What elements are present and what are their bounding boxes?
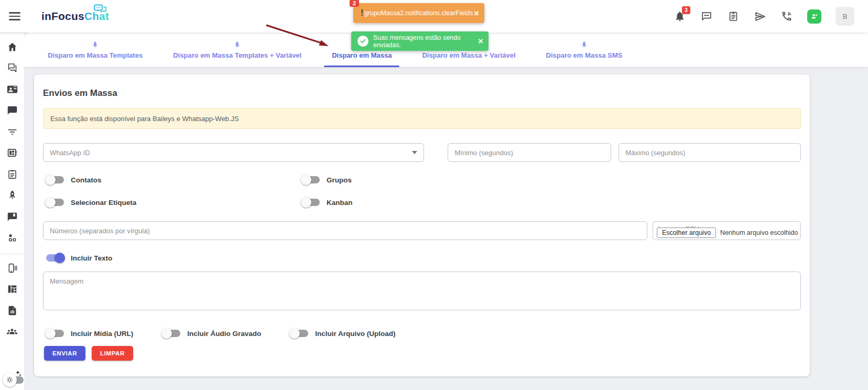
- toggle-label: Incluir Texto: [71, 254, 112, 262]
- phone-broadcast-icon[interactable]: [6, 262, 18, 274]
- switch-on-icon: [46, 253, 64, 263]
- switch-off-icon: [46, 328, 64, 339]
- toggle-label: Incluir Mídia (URL): [71, 330, 133, 338]
- include-text-row: Incluir Texto: [43, 253, 801, 263]
- incluir-midia-url-toggle[interactable]: Incluir Mídia (URL): [46, 328, 133, 339]
- chat-icon[interactable]: [700, 10, 713, 23]
- success-toast: Suas mensagens estão sendo enviadas. ×: [351, 31, 489, 51]
- message-textarea[interactable]: [43, 272, 801, 310]
- contact-card-icon[interactable]: [6, 83, 18, 95]
- tab-label: Disparo em Massa Templates: [48, 51, 143, 59]
- limpar-button[interactable]: LIMPAR: [92, 346, 133, 361]
- avatar[interactable]: B: [836, 7, 854, 26]
- choose-file-button[interactable]: Escolher arquivo: [657, 228, 716, 238]
- sidebar: [0, 32, 24, 390]
- rocket-icon: [233, 41, 241, 49]
- app-logo: inFocusChat: [41, 10, 109, 23]
- warning-toast-message: grupoMassa2.notifications.clearFields: [363, 9, 474, 17]
- min-seconds-input[interactable]: [448, 143, 611, 162]
- agent-status-icon[interactable]: [807, 9, 821, 24]
- toggle-row-2: Selecionar Etiqueta Kanban: [43, 197, 801, 208]
- switch-off-icon: [290, 328, 308, 339]
- action-buttons-row: ENVIAR LIMPAR: [44, 346, 801, 361]
- notifications-bell-icon[interactable]: 3: [674, 10, 686, 23]
- toggle-row-1: Contatos Grupos: [43, 175, 801, 185]
- logo-chat-bubble-icon: [92, 4, 108, 16]
- toggle-label: Grupos: [327, 176, 352, 184]
- board-icon[interactable]: [6, 147, 18, 159]
- bell-badge: 3: [682, 6, 690, 14]
- file-status-text: Nenhum arquivo escolhido: [720, 229, 798, 236]
- warning-toast-count-badge: 2: [350, 0, 359, 7]
- warning-toast-close-icon[interactable]: ×: [474, 9, 479, 18]
- tab-label: Disparo em Massa + Variável: [422, 51, 515, 59]
- switch-off-icon: [302, 175, 320, 185]
- incluir-arquivo-upload-toggle[interactable]: Incluir Arquivo (Upload): [290, 328, 395, 339]
- check-icon: [357, 36, 368, 47]
- toggle-label: Selecionar Etiqueta: [71, 199, 136, 207]
- theme-sun-toggle[interactable]: [3, 373, 25, 387]
- warning-toast: 2 ! grupoMassa2.notifications.clearField…: [353, 3, 484, 23]
- info-banner: Essa função está disponível para Baileys…: [43, 108, 801, 129]
- whatsapp-id-select[interactable]: WhatsApp ID: [43, 143, 424, 162]
- phone-icon[interactable]: [780, 10, 793, 23]
- include-options-row: Incluir Mídia (URL) Incluir Áudio Gravad…: [43, 328, 801, 339]
- file-chart-icon[interactable]: [6, 304, 18, 317]
- tab-disparo-massa-sms[interactable]: Disparo em Massa SMS: [531, 32, 638, 67]
- incluir-texto-toggle[interactable]: Incluir Texto: [46, 253, 801, 263]
- success-toast-message: Suas mensagens estão sendo enviadas.: [373, 34, 473, 49]
- home-icon[interactable]: [6, 40, 18, 53]
- connection-timing-row: WhatsApp ID: [43, 143, 801, 162]
- incluir-audio-gravado-toggle[interactable]: Incluir Áudio Gravado: [162, 328, 261, 339]
- forum-icon[interactable]: [6, 62, 18, 74]
- rocket-icon: [580, 41, 588, 49]
- comment-bookmark-icon[interactable]: [6, 210, 18, 223]
- contatos-toggle[interactable]: Contatos: [46, 175, 299, 185]
- switch-off-icon: [46, 175, 64, 185]
- page-title: Envios em Massa: [43, 88, 801, 99]
- max-seconds-input[interactable]: [619, 143, 801, 162]
- numbers-row: Importar CSV Escolher arquivo Nenhum arq…: [43, 221, 801, 240]
- toggle-label: Contatos: [71, 176, 102, 184]
- clipboard-list-icon[interactable]: [6, 168, 18, 180]
- sparkles-icon: [14, 371, 21, 378]
- sidebar-divider: [0, 254, 24, 254]
- logo-text-infocus: inFocus: [41, 10, 84, 22]
- switch-off-icon: [302, 197, 320, 208]
- send-icon[interactable]: [754, 10, 766, 23]
- tab-label: Disparo em Massa: [332, 51, 392, 59]
- kanban-toggle[interactable]: Kanban: [302, 197, 801, 208]
- envios-em-massa-card: Envios em Massa Essa função está disponí…: [34, 74, 810, 376]
- dashboard-icon[interactable]: [6, 283, 18, 296]
- toggle-label: Incluir Áudio Gravado: [187, 330, 261, 338]
- enviar-button[interactable]: ENVIAR: [44, 346, 85, 361]
- tab-label: Disparo em Massa SMS: [546, 51, 623, 59]
- tab-label: Disparo em Massa Templates + Variável: [173, 51, 301, 59]
- hamburger-menu-icon[interactable]: [9, 10, 20, 23]
- rocket-icon: [91, 41, 99, 49]
- whatsapp-id-select-value: WhatsApp ID: [50, 149, 90, 157]
- toggle-label: Kanban: [327, 199, 353, 207]
- tab-disparo-massa-templates[interactable]: Disparo em Massa Templates: [32, 32, 158, 67]
- switch-off-icon: [162, 328, 180, 339]
- chat-bubble-icon[interactable]: [6, 104, 18, 117]
- numbers-input[interactable]: [43, 221, 647, 240]
- rocket-icon[interactable]: [6, 189, 18, 202]
- csv-file-input[interactable]: Importar CSV Escolher arquivo Nenhum arq…: [653, 221, 801, 240]
- topbar-actions: 3 B: [674, 7, 868, 26]
- tab-disparo-massa-templates-variavel[interactable]: Disparo em Massa Templates + Variável: [158, 32, 317, 67]
- success-toast-close-icon[interactable]: ×: [478, 37, 483, 46]
- nodes-icon[interactable]: [6, 232, 18, 244]
- dropdown-caret-icon: [412, 151, 417, 154]
- switch-off-icon: [46, 197, 64, 208]
- filter-icon[interactable]: [6, 125, 18, 138]
- toggle-label: Incluir Arquivo (Upload): [315, 330, 395, 338]
- selecionar-etiqueta-toggle[interactable]: Selecionar Etiqueta: [46, 197, 299, 208]
- grupos-toggle[interactable]: Grupos: [302, 175, 801, 185]
- clipboard-icon[interactable]: [727, 10, 740, 23]
- people-icon[interactable]: [6, 326, 18, 338]
